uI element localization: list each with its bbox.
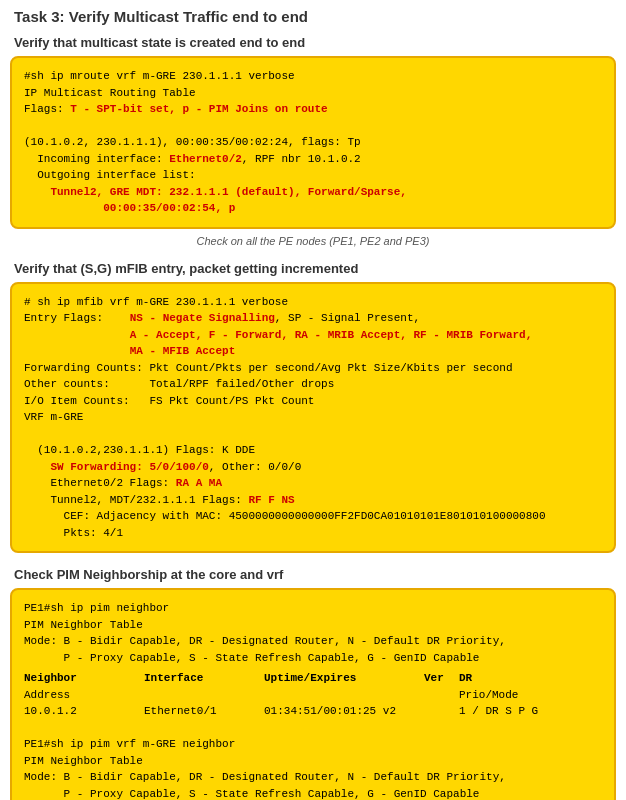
code-line: Other counts: Total/RPF failed/Other dro…: [24, 376, 602, 393]
section-1: Verify that multicast state is created e…: [10, 35, 616, 247]
code-line: Tunnel2, GRE MDT: 232.1.1.1 (default), F…: [24, 184, 602, 201]
code-line: PE1#sh ip pim neighbor: [24, 600, 602, 617]
code-line: Outgoing interface list:: [24, 167, 602, 184]
col-uptime-header: Uptime/Expires: [264, 670, 424, 687]
col-address-subheader: Address: [24, 687, 144, 704]
t1-r1-uptime: 01:34:51/00:01:25 v2: [264, 703, 424, 720]
t1-r1-dr: 1 / DR S P G: [459, 703, 539, 720]
col-dr-subheader: Prio/Mode: [459, 687, 539, 704]
red-text: RF F NS: [248, 494, 294, 506]
red-text: RA A MA: [176, 477, 222, 489]
col-neighbor-header: Neighbor: [24, 670, 144, 687]
section-1-codebox: #sh ip mroute vrf m-GRE 230.1.1.1 verbos…: [10, 56, 616, 229]
code-line: # sh ip mfib vrf m-GRE 230.1.1.1 verbose: [24, 294, 602, 311]
code-line: SW Forwarding: 5/0/100/0, Other: 0/0/0: [24, 459, 602, 476]
code-line: P - Proxy Capable, S - State Refresh Cap…: [24, 786, 602, 801]
table1-header-row: Neighbor Interface Uptime/Expires Ver DR: [24, 670, 602, 687]
code-line: CEF: Adjacency with MAC: 450000000000000…: [24, 508, 602, 525]
t1-r1-ver: [424, 703, 459, 720]
code-line: (10.1.0.2, 230.1.1.1), 00:00:35/00:02:24…: [24, 134, 602, 151]
code-line: Ethernet0/2 Flags: RA A MA: [24, 475, 602, 492]
code-line: PIM Neighbor Table: [24, 617, 602, 634]
section-2: Verify that (S,G) mFIB entry, packet get…: [10, 261, 616, 554]
section-2-codebox: # sh ip mfib vrf m-GRE 230.1.1.1 verbose…: [10, 282, 616, 554]
code-line: #sh ip mroute vrf m-GRE 230.1.1.1 verbos…: [24, 68, 602, 85]
code-line: A - Accept, F - Forward, RA - MRIB Accep…: [24, 327, 602, 344]
col-uptime-subheader: [264, 687, 424, 704]
page-container: Task 3: Verify Multicast Traffic end to …: [0, 0, 626, 800]
t1-r1-neighbor: 10.0.1.2: [24, 703, 144, 720]
code-line: VRF m-GRE: [24, 409, 602, 426]
code-line: Flags: T - SPT-bit set, p - PIM Joins on…: [24, 101, 602, 118]
code-line: Entry Flags: NS - Negate Signalling, SP …: [24, 310, 602, 327]
code-line: Mode: B - Bidir Capable, DR - Designated…: [24, 769, 602, 786]
section-2-header: Verify that (S,G) mFIB entry, packet get…: [10, 261, 616, 276]
t1-r1-interface: Ethernet0/1: [144, 703, 264, 720]
page-title: Task 3: Verify Multicast Traffic end to …: [10, 8, 616, 25]
code-line: I/O Item Counts: FS Pkt Count/PS Pkt Cou…: [24, 393, 602, 410]
code-line: 00:00:35/00:02:54, p: [24, 200, 602, 217]
code-line: PE1#sh ip pim vrf m-GRE neighbor: [24, 736, 602, 753]
code-line: (10.1.0.2,230.1.1.1) Flags: K DDE: [24, 442, 602, 459]
red-text: A - Accept, F - Forward, RA - MRIB Accep…: [130, 329, 533, 341]
section-3-codebox: PE1#sh ip pim neighbor PIM Neighbor Tabl…: [10, 588, 616, 800]
section-1-header: Verify that multicast state is created e…: [10, 35, 616, 50]
code-line: MA - MFIB Accept: [24, 343, 602, 360]
code-line: IP Multicast Routing Table: [24, 85, 602, 102]
code-line: P - Proxy Capable, S - State Refresh Cap…: [24, 650, 602, 667]
section-1-note: Check on all the PE nodes (PE1, PE2 and …: [10, 235, 616, 247]
code-line: PIM Neighbor Table: [24, 753, 602, 770]
code-line: [24, 720, 602, 737]
col-dr-header: DR: [459, 670, 539, 687]
col-interface-header: Interface: [144, 670, 264, 687]
red-text: Ethernet0/2: [169, 153, 242, 165]
col-ver-header: Ver: [424, 670, 459, 687]
col-interface-subheader: [144, 687, 264, 704]
red-text: T - SPT-bit set, p - PIM Joins on route: [70, 103, 327, 115]
table1-row-1: 10.0.1.2 Ethernet0/1 01:34:51/00:01:25 v…: [24, 703, 602, 720]
section-3-header: Check PIM Neighborship at the core and v…: [10, 567, 616, 582]
code-line: [24, 426, 602, 443]
col-ver-subheader: [424, 687, 459, 704]
red-text: SW Forwarding: 5/0/100/0: [50, 461, 208, 473]
code-line: Incoming interface: Ethernet0/2, RPF nbr…: [24, 151, 602, 168]
code-line: Tunnel2, MDT/232.1.1.1 Flags: RF F NS: [24, 492, 602, 509]
code-line: Forwarding Counts: Pkt Count/Pkts per se…: [24, 360, 602, 377]
red-text: MA - MFIB Accept: [130, 345, 236, 357]
code-line: Pkts: 4/1: [24, 525, 602, 542]
code-line: [24, 118, 602, 135]
table1-subheader-row: Address Prio/Mode: [24, 687, 602, 704]
red-text: NS - Negate Signalling: [130, 312, 275, 324]
section-3: Check PIM Neighborship at the core and v…: [10, 567, 616, 800]
code-line: Mode: B - Bidir Capable, DR - Designated…: [24, 633, 602, 650]
